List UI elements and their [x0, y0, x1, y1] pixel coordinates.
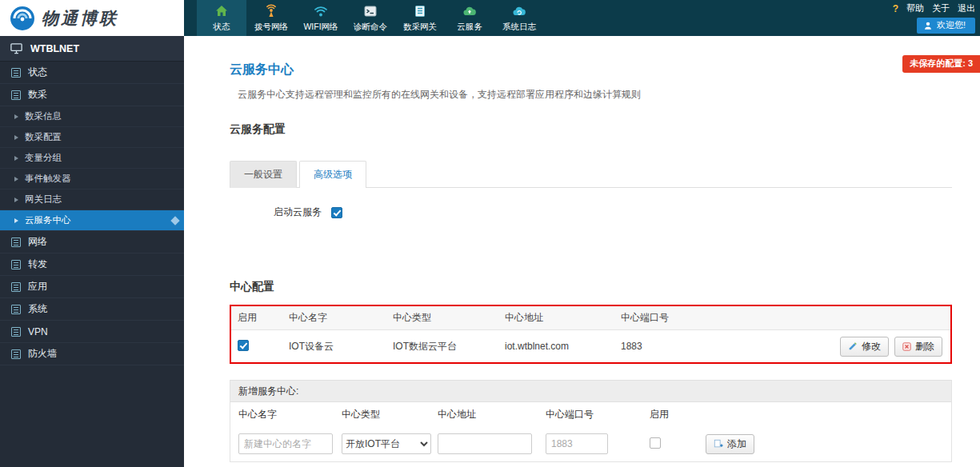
sidebar-item-label: 防火墙: [28, 347, 57, 361]
add-center-labels-row: 中心名字 中心类型 中心地址 中心端口号 启用: [230, 402, 951, 426]
list-icon: [11, 327, 21, 337]
row-center-name: IOT设备云: [289, 340, 393, 353]
tab-advanced-options[interactable]: 高级选项: [299, 161, 366, 188]
sidebar-device-title: WTBLNET: [0, 36, 184, 62]
sidebar-item-label: 系统: [28, 302, 47, 316]
delete-button[interactable]: 删除: [894, 337, 942, 357]
new-center-name-input[interactable]: [238, 433, 333, 454]
add-center-title: 新增服务中心:: [230, 380, 951, 402]
list-icon: [11, 260, 21, 269]
unsaved-config-badge[interactable]: 未保存的配置: 3: [902, 55, 980, 73]
sidebar-item-forwarding[interactable]: 转发: [0, 253, 184, 276]
sidebar-item-data-collection[interactable]: 数采: [0, 84, 184, 106]
nav-item-status[interactable]: 状态: [197, 0, 246, 36]
new-center-address-input[interactable]: [438, 433, 532, 454]
add-button-label: 添加: [727, 437, 746, 451]
sidebar: WTBLNET 状态 数采 数采信息 数采配置 变量分组 事件触发器 网关日志 …: [0, 36, 184, 467]
caret-right-icon: [14, 114, 18, 119]
caret-right-icon: [14, 198, 18, 202]
cloud-config-section-title: 云服务配置: [230, 122, 952, 137]
nav-item-system-log[interactable]: 系统日志: [494, 0, 544, 36]
add-label-enable: 启用: [650, 408, 706, 421]
sidebar-item-event-trigger[interactable]: 事件触发器: [0, 169, 184, 190]
help-link[interactable]: 帮助: [906, 2, 924, 14]
caret-right-icon: [14, 156, 18, 161]
col-header-address: 中心地址: [505, 311, 621, 325]
sidebar-item-label: 数采配置: [25, 131, 62, 143]
cloud-icon: [462, 3, 478, 19]
nav-item-label: WIFI网络: [303, 22, 338, 33]
new-center-port-input[interactable]: [546, 433, 608, 454]
add-button[interactable]: 添加: [706, 434, 754, 454]
add-label-name: 中心名字: [238, 408, 342, 421]
nav-item-label: 数采网关: [403, 22, 437, 33]
sidebar-item-system[interactable]: 系统: [0, 298, 184, 321]
welcome-badge[interactable]: 欢迎您!: [917, 18, 975, 34]
logout-link[interactable]: 退出: [958, 2, 975, 14]
monitor-icon: [10, 42, 23, 55]
brand-logo: 物通博联: [0, 0, 184, 36]
brand-name: 物通博联: [42, 7, 118, 30]
caret-right-icon: [14, 135, 18, 140]
sidebar-item-data-config[interactable]: 数采配置: [0, 127, 184, 148]
list-icon: [11, 237, 21, 247]
col-header-type: 中心类型: [393, 311, 505, 325]
sidebar-device-title-label: WTBLNET: [30, 43, 79, 54]
header-links: ? 帮助 关于 退出: [893, 2, 975, 14]
sidebar-item-status[interactable]: 状态: [0, 62, 184, 84]
nav-item-wifi-network[interactable]: WIFI网络: [296, 0, 346, 36]
nav-item-label: 拨号网络: [254, 22, 288, 33]
sidebar-item-network[interactable]: 网络: [0, 231, 184, 253]
nav-item-label: 云服务: [457, 22, 482, 33]
new-center-type-select[interactable]: 开放IOT平台: [342, 433, 431, 454]
nav-item-dial-network[interactable]: 拨号网络: [246, 0, 296, 36]
list-icon: [11, 68, 21, 78]
sidebar-item-application[interactable]: 应用: [0, 276, 184, 298]
sidebar-item-label: 网络: [28, 235, 47, 249]
col-header-port: 中心端口号: [621, 311, 942, 325]
sidebar-item-cloud-service-center[interactable]: 云服务中心: [0, 210, 184, 231]
sidebar-item-label: 网关日志: [25, 194, 62, 206]
caret-right-icon: [14, 218, 18, 223]
home-icon: [214, 3, 230, 19]
syslog-cloud-icon: [511, 3, 527, 19]
top-header: 物通博联 状态 拨号网络 WIFI网络 诊断命令: [0, 0, 980, 36]
sidebar-item-vpn[interactable]: VPN: [0, 321, 184, 343]
nav-item-label: 状态: [214, 22, 230, 33]
gateway-icon: [412, 3, 428, 19]
enable-cloud-label: 启动云服务: [274, 206, 322, 219]
nav-item-diagnostic-command[interactable]: 诊断命令: [346, 0, 395, 36]
add-label-type: 中心类型: [342, 408, 438, 421]
nav-item-data-gateway[interactable]: 数采网关: [395, 0, 445, 36]
sidebar-item-label: VPN: [28, 326, 48, 337]
welcome-text: 欢迎您!: [937, 19, 966, 31]
sidebar-item-label: 转发: [28, 257, 47, 271]
tab-general-settings[interactable]: 一般设置: [230, 161, 297, 188]
center-table-header-row: 启用 中心名字 中心类型 中心地址 中心端口号: [231, 306, 950, 330]
wifi-icon: [313, 3, 329, 19]
new-center-enable-checkbox[interactable]: [650, 437, 661, 449]
sidebar-item-firewall[interactable]: 防火墙: [0, 343, 184, 365]
nav-item-cloud-service[interactable]: 云服务: [445, 0, 494, 36]
edit-button[interactable]: 修改: [840, 337, 889, 357]
sidebar-item-gateway-log[interactable]: 网关日志: [0, 190, 184, 210]
center-config-section-title: 中心配置: [230, 280, 952, 294]
row-enable-checkbox[interactable]: [238, 340, 249, 351]
about-link[interactable]: 关于: [932, 2, 950, 14]
sidebar-item-label: 状态: [28, 66, 47, 79]
add-center-inputs-row: 开放IOT平台 添加: [230, 426, 951, 461]
add-label-address: 中心地址: [438, 408, 546, 421]
sidebar-item-label: 变量分组: [25, 152, 62, 164]
help-question-icon: ?: [893, 3, 898, 14]
nav-item-label: 诊断命令: [354, 22, 387, 33]
sidebar-item-data-info[interactable]: 数采信息: [0, 106, 184, 127]
sidebar-item-variable-group[interactable]: 变量分组: [0, 148, 184, 169]
add-plus-icon: [714, 439, 723, 449]
list-icon: [11, 282, 21, 292]
nav-item-label: 系统日志: [502, 22, 536, 33]
enable-cloud-checkbox[interactable]: [331, 207, 342, 218]
list-icon: [11, 349, 21, 359]
delete-button-label: 删除: [915, 340, 934, 353]
row-center-address: iot.wtblnet.com: [505, 341, 621, 352]
list-icon: [11, 305, 21, 314]
